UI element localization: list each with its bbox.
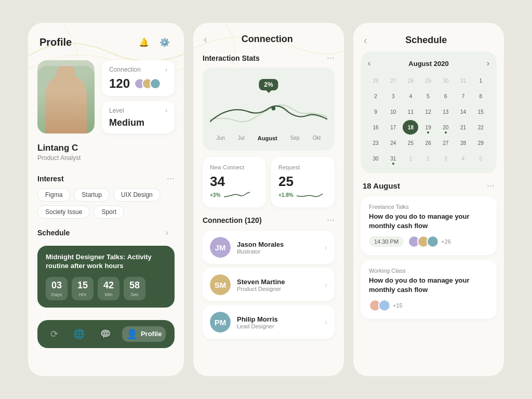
bottom-navigation: ⟳ 🌐 💬 👤 Profile	[37, 320, 175, 348]
attendee-count-working: +15	[393, 302, 403, 309]
level-stat-box[interactable]: Level › Medium	[102, 101, 175, 134]
countdown-days: 03 Days	[46, 277, 68, 300]
chart-container: 2% Jun Jul August Sep Okt	[203, 68, 335, 151]
tag-sport[interactable]: Sport	[94, 205, 124, 219]
jason-role: Illustrator	[237, 248, 325, 255]
cal-day[interactable]: 16	[368, 120, 383, 135]
cal-day[interactable]: 29	[420, 73, 436, 88]
attendee-avatar-w2	[378, 299, 391, 312]
philip-role: Lead Designer	[237, 323, 325, 329]
chart-label-okt: Okt	[313, 135, 321, 141]
cal-day[interactable]: 13	[438, 104, 454, 119]
cal-day[interactable]: 6	[438, 89, 454, 103]
cal-day[interactable]: 2	[420, 151, 436, 166]
schedule-card: ‹ Schedule ‹ August 2020 › 26 27 28 29 3…	[353, 23, 504, 376]
cal-day[interactable]: 14	[456, 104, 471, 119]
cal-day[interactable]: 23	[368, 136, 383, 150]
connection-item-jason[interactable]: JM Jason Morales Illustrator ›	[203, 231, 335, 264]
mini-avatars	[134, 78, 161, 89]
cal-day[interactable]: 4	[403, 89, 418, 103]
nav-chat[interactable]: 💬	[96, 326, 115, 342]
countdown-sec: 58 Sec	[124, 277, 145, 300]
connection-stat-box[interactable]: Connection › 120	[102, 60, 175, 96]
nav-globe[interactable]: 🌐	[69, 326, 89, 342]
philip-chevron-icon: ›	[325, 318, 327, 326]
event-time-freelance: 14.30 PM	[369, 236, 404, 247]
schedule-back-button[interactable]: ‹	[364, 34, 367, 46]
tag-society[interactable]: Society Issue	[37, 205, 90, 219]
attendee-count-freelance: +26	[441, 238, 451, 245]
cal-day[interactable]: 7	[456, 89, 471, 103]
connection-list-section: Connection (120) ··· JM Jason Morales Il…	[193, 215, 344, 339]
event-card-freelance[interactable]: Freelance Talks How do you do to manage …	[361, 196, 497, 255]
connection-item-philip[interactable]: PM Philip Morris Lead Designer ›	[203, 305, 335, 339]
steven-info: Steven Martine Product Designer	[237, 278, 325, 292]
cal-day[interactable]: 26	[368, 73, 383, 88]
cal-day-today[interactable]: 18	[403, 120, 418, 135]
nav-profile[interactable]: 👤 Profile	[122, 326, 166, 342]
cal-day[interactable]: 17	[385, 120, 401, 135]
interest-more-button[interactable]: ···	[167, 173, 175, 184]
interest-label: Interest	[37, 175, 64, 183]
cal-next-button[interactable]: ›	[487, 59, 489, 68]
connection-item-steven[interactable]: SM Steven Martine Product Designer ›	[203, 268, 335, 301]
cal-day[interactable]: 30	[368, 151, 383, 166]
jason-chevron-icon: ›	[325, 243, 327, 251]
profile-title: Profile	[39, 36, 72, 48]
cal-day[interactable]: 28	[456, 136, 471, 150]
event-more-button[interactable]: ···	[487, 180, 495, 191]
cal-day[interactable]: 20	[438, 120, 454, 135]
cal-day[interactable]: 30	[438, 73, 454, 88]
cal-prev-button[interactable]: ‹	[368, 59, 370, 68]
cal-day[interactable]: 27	[438, 136, 454, 150]
cal-day[interactable]: 21	[456, 120, 471, 135]
connection-count: 120	[109, 76, 167, 91]
event-footer-freelance: 14.30 PM +26	[369, 235, 488, 248]
jason-name: Jason Morales	[237, 241, 325, 248]
cal-day[interactable]: 1	[473, 73, 488, 88]
cal-day[interactable]: 22	[473, 120, 488, 135]
event-footer-working: +15	[369, 299, 488, 312]
schedule-header: ‹ Schedule	[353, 23, 504, 51]
chart-label-sep: Sep	[290, 135, 300, 141]
tag-startup[interactable]: Startup	[74, 188, 110, 202]
event-category-working: Working Class	[369, 268, 488, 274]
cal-day[interactable]: 31	[456, 73, 471, 88]
cal-day[interactable]: 12	[420, 104, 436, 119]
settings-icon[interactable]: ⚙️	[157, 34, 172, 50]
cal-day[interactable]: 4	[456, 151, 471, 166]
steven-role: Product Designer	[237, 286, 325, 292]
cal-day[interactable]: 27	[385, 73, 401, 88]
event-category-freelance: Freelance Talks	[369, 204, 488, 210]
tag-uixdesign[interactable]: UIX Design	[113, 188, 161, 202]
profile-icons: 🔔 ⚙️	[136, 34, 172, 50]
tag-figma[interactable]: Figma	[37, 188, 70, 202]
philip-avatar: PM	[210, 312, 231, 332]
nav-profile-label: Profile	[141, 330, 162, 338]
cal-day[interactable]: 25	[403, 136, 418, 150]
cal-day[interactable]: 10	[385, 104, 401, 119]
cal-day[interactable]: 29	[473, 136, 488, 150]
notification-icon[interactable]: 🔔	[136, 34, 152, 50]
cal-day[interactable]: 28	[403, 73, 418, 88]
cal-day[interactable]: 9	[368, 104, 383, 119]
cal-day[interactable]: 26	[420, 136, 436, 150]
cal-day[interactable]: 31	[385, 151, 401, 166]
nav-refresh[interactable]: ⟳	[46, 326, 62, 342]
cal-day[interactable]: 8	[473, 89, 488, 103]
cal-day[interactable]: 1	[403, 151, 418, 166]
cal-day[interactable]: 5	[420, 89, 436, 103]
schedule-chevron-right-icon[interactable]: ›	[159, 225, 175, 241]
cal-day[interactable]: 11	[403, 104, 418, 119]
cal-day[interactable]: 3	[438, 151, 454, 166]
conn-list-more-button[interactable]: ···	[327, 215, 335, 225]
cal-day[interactable]: 15	[473, 104, 488, 119]
cal-day[interactable]: 19	[420, 120, 436, 135]
cal-day[interactable]: 24	[385, 136, 401, 150]
cal-day[interactable]: 2	[368, 89, 383, 103]
level-value: Medium	[109, 117, 167, 128]
event-card-working[interactable]: Working Class How do you do to manage yo…	[361, 260, 497, 319]
cal-day[interactable]: 5	[473, 151, 488, 166]
cal-day[interactable]: 3	[385, 89, 401, 103]
event-date-header: 18 August ···	[353, 180, 504, 196]
